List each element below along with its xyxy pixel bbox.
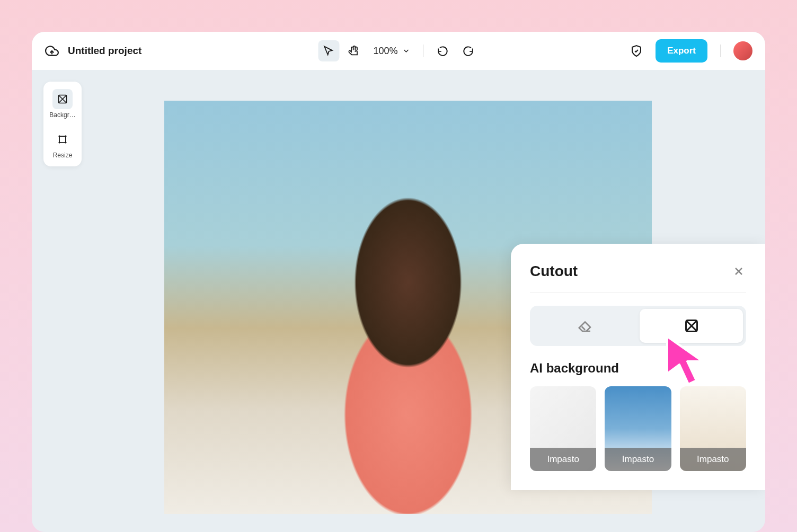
svg-rect-1 xyxy=(59,136,66,143)
background-label: Impasto xyxy=(530,448,596,471)
avatar[interactable] xyxy=(733,41,752,60)
app-window: Untitled project 100% Ex xyxy=(32,32,765,532)
background-card[interactable]: Impasto xyxy=(680,386,746,471)
cloud-icon[interactable] xyxy=(45,43,59,58)
close-icon xyxy=(732,265,745,278)
tab-background[interactable] xyxy=(640,309,743,343)
tab-eraser[interactable] xyxy=(533,309,636,343)
sidebar-item-resize[interactable]: Resize xyxy=(46,127,79,161)
eraser-icon xyxy=(577,318,593,334)
background-icon xyxy=(52,89,73,109)
project-title[interactable]: Untitled project xyxy=(68,45,141,57)
export-button[interactable]: Export xyxy=(656,39,707,63)
resize-icon xyxy=(52,129,73,149)
top-bar: Untitled project 100% Ex xyxy=(32,32,765,70)
sidebar-item-label: Resize xyxy=(53,152,73,159)
background-card[interactable]: Impasto xyxy=(530,386,596,471)
undo-button[interactable] xyxy=(432,40,454,61)
sidebar-item-background[interactable]: Backgr… xyxy=(46,87,79,121)
zoom-level-text: 100% xyxy=(373,46,397,57)
sidebar-item-label: Backgr… xyxy=(49,111,75,119)
hand-tool-button[interactable] xyxy=(343,40,365,61)
pattern-icon xyxy=(684,318,699,333)
section-title: AI background xyxy=(530,361,746,376)
left-sidebar: Backgr… Resize xyxy=(43,82,82,166)
shield-icon[interactable] xyxy=(626,40,647,61)
panel-header: Cutout xyxy=(530,263,746,293)
divider xyxy=(423,45,424,57)
cutout-tabs xyxy=(530,306,746,346)
cutout-panel: Cutout AI background Impasto Impasto xyxy=(511,244,765,490)
background-label: Impasto xyxy=(605,448,671,471)
close-button[interactable] xyxy=(731,264,746,279)
cursor-tool-button[interactable] xyxy=(318,40,339,61)
chevron-down-icon xyxy=(402,47,411,55)
background-card[interactable]: Impasto xyxy=(605,386,671,471)
divider xyxy=(720,45,721,57)
toolbar-center: 100% xyxy=(318,40,479,61)
background-label: Impasto xyxy=(680,448,746,471)
background-grid: Impasto Impasto Impasto xyxy=(530,386,746,471)
zoom-dropdown[interactable]: 100% xyxy=(369,46,414,57)
panel-title: Cutout xyxy=(530,263,578,280)
redo-button[interactable] xyxy=(458,40,479,61)
toolbar-right: Export xyxy=(626,39,752,63)
